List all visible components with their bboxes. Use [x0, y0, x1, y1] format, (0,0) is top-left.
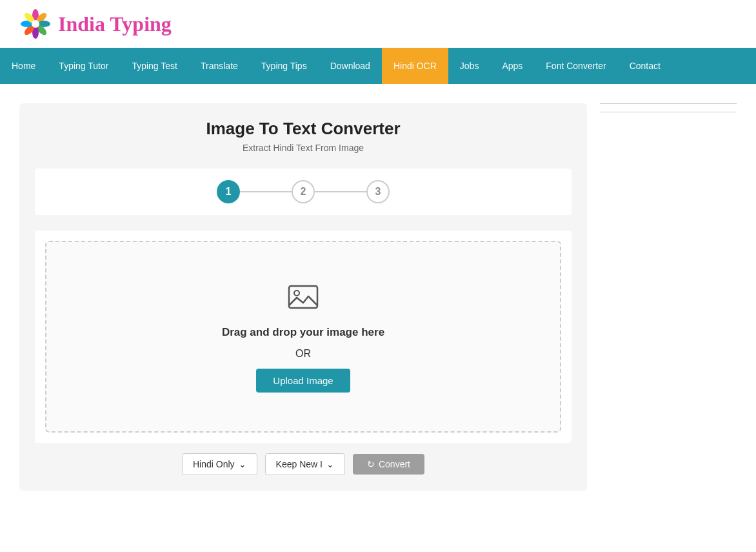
logo-text: India Typing	[58, 12, 172, 36]
or-text: OR	[295, 348, 311, 360]
nav-typing-tutor[interactable]: Typing Tutor	[47, 48, 120, 84]
refresh-icon: ↻	[367, 459, 375, 469]
main-nav: Home Typing Tutor Typing Test Translate …	[0, 48, 756, 84]
nav-translate[interactable]: Translate	[189, 48, 250, 84]
nav-typing-tips[interactable]: Typing Tips	[250, 48, 319, 84]
logo-area: India Typing	[19, 8, 172, 40]
drop-zone-wrapper: Drag and drop your image here OR Upload …	[35, 230, 572, 443]
nav-home[interactable]: Home	[0, 48, 47, 84]
logo-icon	[19, 8, 52, 40]
language-dropdown[interactable]: Hindi Only ⌄	[182, 453, 257, 475]
nav-jobs[interactable]: Jobs	[448, 48, 491, 84]
convert-button[interactable]: ↻ Convert	[353, 454, 424, 475]
image-icon	[286, 281, 320, 317]
upload-image-button[interactable]: Upload Image	[256, 369, 350, 393]
drop-text: Drag and drop your image here	[222, 326, 384, 339]
sidebar-divider-bottom	[600, 112, 737, 112]
nav-download[interactable]: Download	[319, 48, 382, 84]
step-line-2	[315, 191, 366, 192]
format-dropdown[interactable]: Keep New I ⌄	[265, 453, 345, 475]
converter-container: Image To Text Converter Extract Hindi Te…	[19, 103, 587, 491]
step-line-1	[240, 191, 292, 192]
chevron-down-icon: ⌄	[239, 459, 246, 469]
converter-title: Image To Text Converter	[35, 119, 572, 139]
nav-typing-test[interactable]: Typing Test	[120, 48, 189, 84]
nav-contact[interactable]: Contact	[618, 48, 672, 84]
step-1: 1	[217, 180, 240, 203]
controls-row: Hindi Only ⌄ Keep New I ⌄ ↻ Convert	[35, 453, 572, 475]
sidebar-divider-top	[600, 103, 737, 104]
main-content: Image To Text Converter Extract Hindi Te…	[0, 84, 756, 510]
steps-row: 1 2 3	[35, 169, 572, 215]
svg-point-8	[32, 20, 39, 28]
sidebar	[600, 103, 737, 491]
svg-rect-9	[289, 286, 317, 308]
header: India Typing	[0, 0, 756, 48]
step-2: 2	[292, 180, 315, 203]
nav-hindi-ocr[interactable]: Hindi OCR	[382, 48, 448, 84]
nav-font-converter[interactable]: Font Converter	[534, 48, 617, 84]
step-3: 3	[366, 180, 390, 203]
nav-apps[interactable]: Apps	[490, 48, 534, 84]
converter-subtitle: Extract Hindi Text From Image	[35, 143, 572, 153]
drop-zone[interactable]: Drag and drop your image here OR Upload …	[45, 241, 561, 433]
chevron-down-icon-2: ⌄	[326, 459, 334, 469]
svg-point-10	[294, 291, 299, 296]
